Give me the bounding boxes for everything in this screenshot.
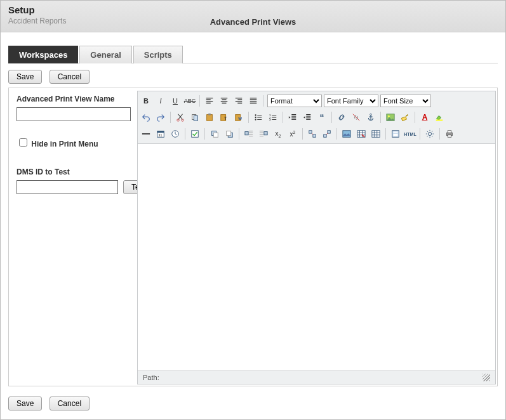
svg-point-42 (428, 132, 431, 135)
checkbox-icon[interactable] (188, 127, 202, 141)
undo-icon[interactable] (139, 110, 153, 124)
svg-point-11 (255, 117, 256, 118)
save-button-bottom[interactable]: Save (8, 397, 42, 410)
font-size-select[interactable]: Font Size (380, 95, 431, 107)
time-icon[interactable] (168, 127, 182, 141)
settings-icon[interactable] (423, 127, 437, 141)
highlight-icon[interactable] (432, 110, 446, 124)
indent-icon[interactable] (300, 110, 314, 124)
bullet-list-icon[interactable] (251, 110, 265, 124)
svg-point-18 (388, 115, 390, 117)
paste-word-icon[interactable]: W (232, 110, 246, 124)
svg-text:W: W (238, 116, 242, 121)
redo-icon[interactable] (154, 110, 168, 124)
text-color-icon[interactable]: A (418, 110, 432, 124)
number-list-icon[interactable]: 123 (266, 110, 280, 124)
action-bar-bottom: Save Cancel (1, 390, 505, 419)
template-icon[interactable] (389, 127, 403, 141)
date-icon[interactable]: 31 (154, 127, 168, 141)
paste-text-icon[interactable]: T (217, 110, 231, 124)
image-icon[interactable] (383, 110, 397, 124)
svg-point-12 (255, 119, 256, 120)
table-icon[interactable] (369, 127, 383, 141)
svg-rect-30 (245, 132, 248, 135)
svg-rect-33 (313, 135, 316, 137)
strike-icon[interactable]: ABC (183, 94, 197, 108)
view-title: Advanced Print Views (1, 17, 505, 27)
format-select[interactable]: Format (267, 95, 322, 107)
svg-point-10 (255, 114, 256, 115)
align-right-icon[interactable] (232, 94, 246, 108)
main-content: Advanced Print View Name Hide in Print M… (8, 88, 498, 386)
cancel-button-bottom[interactable]: Cancel (50, 397, 90, 410)
path-label: Path: (143, 374, 159, 381)
cut-icon[interactable] (173, 110, 187, 124)
rich-text-editor: B I U ABC Format Font Family Font Size (136, 88, 497, 386)
link-icon[interactable] (335, 110, 349, 124)
abs-right-icon[interactable] (256, 127, 270, 141)
copy-icon[interactable] (188, 110, 202, 124)
svg-rect-4 (207, 115, 213, 121)
form-column: Advanced Print View Name Hide in Print M… (9, 88, 136, 386)
svg-rect-34 (328, 131, 330, 133)
html-icon[interactable]: HTML (403, 127, 417, 141)
font-family-select[interactable]: Font Family (324, 95, 378, 107)
svg-rect-25 (192, 131, 199, 138)
dms-id-input[interactable] (17, 180, 118, 194)
svg-rect-38 (372, 131, 380, 138)
svg-rect-32 (309, 131, 312, 133)
align-left-icon[interactable] (203, 94, 216, 108)
dms-id-label: DMS ID to Test (17, 167, 128, 176)
tab-scripts[interactable]: Scripts (133, 46, 183, 63)
paste-icon[interactable] (203, 110, 216, 124)
svg-rect-35 (324, 135, 326, 137)
tab-workspaces[interactable]: Workspaces (8, 46, 78, 63)
outdent-icon[interactable] (286, 110, 300, 124)
sub-icon[interactable]: x2 (271, 127, 285, 141)
table-edit-icon[interactable] (354, 127, 368, 141)
italic-icon[interactable]: I (154, 94, 168, 108)
blockquote-icon[interactable]: “ (315, 110, 329, 124)
svg-rect-29 (227, 131, 231, 136)
svg-rect-5 (208, 114, 211, 115)
layer-backward-icon[interactable] (222, 127, 236, 141)
print-icon[interactable] (443, 127, 456, 141)
editor-toolbar: B I U ABC Format Font Family Font Size (137, 91, 496, 144)
resize-handle[interactable] (483, 374, 490, 381)
abs-left-icon[interactable] (242, 127, 256, 141)
bold-icon[interactable]: B (139, 94, 153, 108)
unlink-icon[interactable] (349, 110, 363, 124)
editor-statusbar: Path: (137, 371, 496, 384)
editor-body[interactable] (137, 144, 496, 371)
tab-general[interactable]: General (79, 46, 131, 63)
svg-text:31: 31 (159, 133, 163, 137)
svg-rect-45 (448, 135, 451, 138)
save-button[interactable]: Save (8, 70, 42, 84)
anchor-icon[interactable] (364, 110, 378, 124)
action-bar-top: Save Cancel (1, 63, 505, 88)
cancel-button[interactable]: Cancel (50, 70, 90, 84)
svg-rect-41 (394, 134, 398, 136)
svg-text:T: T (224, 116, 227, 121)
underline-icon[interactable]: U (168, 94, 182, 108)
clean-icon[interactable] (398, 110, 412, 124)
name-input[interactable] (17, 107, 131, 121)
align-center-icon[interactable] (217, 94, 231, 108)
svg-rect-31 (264, 132, 267, 135)
svg-rect-3 (194, 115, 197, 121)
align-justify-icon[interactable] (246, 94, 260, 108)
sup-icon[interactable]: x2 (286, 127, 300, 141)
svg-rect-36 (343, 131, 350, 138)
svg-rect-27 (213, 133, 218, 137)
tab-bar: Workspaces General Scripts (8, 45, 498, 63)
page-title: Setup (8, 4, 498, 15)
layer-forward-icon[interactable] (208, 127, 222, 141)
hide-in-print-checkbox[interactable] (19, 138, 27, 147)
bg-image-icon[interactable] (340, 127, 354, 141)
svg-rect-20 (436, 120, 443, 121)
svg-rect-40 (394, 132, 398, 133)
merge-down-icon[interactable] (305, 127, 319, 141)
page-header: Setup Accident Reports Advanced Print Vi… (1, 1, 505, 32)
merge-up-icon[interactable] (320, 127, 334, 141)
hr-icon[interactable] (139, 127, 153, 141)
